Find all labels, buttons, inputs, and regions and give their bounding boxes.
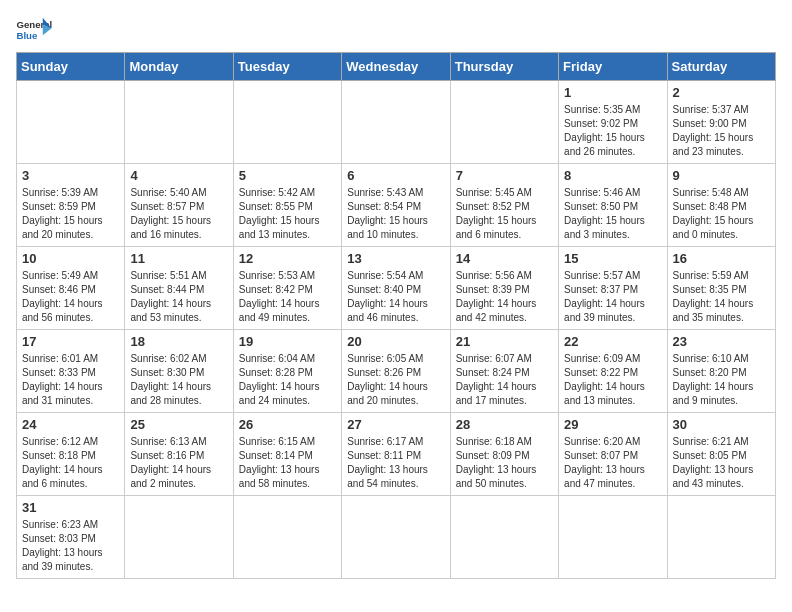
- day-number: 7: [456, 168, 553, 183]
- calendar-cell: 9Sunrise: 5:48 AMSunset: 8:48 PMDaylight…: [667, 164, 775, 247]
- day-info: Sunrise: 6:21 AMSunset: 8:05 PMDaylight:…: [673, 435, 770, 491]
- day-number: 16: [673, 251, 770, 266]
- calendar-cell: 5Sunrise: 5:42 AMSunset: 8:55 PMDaylight…: [233, 164, 341, 247]
- day-info: Sunrise: 6:01 AMSunset: 8:33 PMDaylight:…: [22, 352, 119, 408]
- day-info: Sunrise: 5:48 AMSunset: 8:48 PMDaylight:…: [673, 186, 770, 242]
- day-info: Sunrise: 6:17 AMSunset: 8:11 PMDaylight:…: [347, 435, 444, 491]
- day-info: Sunrise: 5:51 AMSunset: 8:44 PMDaylight:…: [130, 269, 227, 325]
- weekday-header-monday: Monday: [125, 53, 233, 81]
- day-number: 1: [564, 85, 661, 100]
- day-number: 27: [347, 417, 444, 432]
- day-info: Sunrise: 6:04 AMSunset: 8:28 PMDaylight:…: [239, 352, 336, 408]
- day-info: Sunrise: 6:10 AMSunset: 8:20 PMDaylight:…: [673, 352, 770, 408]
- calendar-cell: 1Sunrise: 5:35 AMSunset: 9:02 PMDaylight…: [559, 81, 667, 164]
- day-number: 2: [673, 85, 770, 100]
- day-info: Sunrise: 5:35 AMSunset: 9:02 PMDaylight:…: [564, 103, 661, 159]
- day-info: Sunrise: 6:18 AMSunset: 8:09 PMDaylight:…: [456, 435, 553, 491]
- calendar-cell: 3Sunrise: 5:39 AMSunset: 8:59 PMDaylight…: [17, 164, 125, 247]
- calendar-cell: 7Sunrise: 5:45 AMSunset: 8:52 PMDaylight…: [450, 164, 558, 247]
- calendar-cell: 20Sunrise: 6:05 AMSunset: 8:26 PMDayligh…: [342, 330, 450, 413]
- calendar-cell: 6Sunrise: 5:43 AMSunset: 8:54 PMDaylight…: [342, 164, 450, 247]
- calendar-cell: [233, 81, 341, 164]
- calendar-cell: 25Sunrise: 6:13 AMSunset: 8:16 PMDayligh…: [125, 413, 233, 496]
- day-number: 9: [673, 168, 770, 183]
- calendar-body: 1Sunrise: 5:35 AMSunset: 9:02 PMDaylight…: [17, 81, 776, 579]
- day-info: Sunrise: 5:59 AMSunset: 8:35 PMDaylight:…: [673, 269, 770, 325]
- calendar-cell: [450, 81, 558, 164]
- svg-text:Blue: Blue: [17, 30, 38, 41]
- calendar-cell: 23Sunrise: 6:10 AMSunset: 8:20 PMDayligh…: [667, 330, 775, 413]
- calendar-cell: [125, 496, 233, 579]
- day-number: 22: [564, 334, 661, 349]
- calendar-cell: 22Sunrise: 6:09 AMSunset: 8:22 PMDayligh…: [559, 330, 667, 413]
- calendar-cell: 24Sunrise: 6:12 AMSunset: 8:18 PMDayligh…: [17, 413, 125, 496]
- calendar-cell: 31Sunrise: 6:23 AMSunset: 8:03 PMDayligh…: [17, 496, 125, 579]
- day-number: 17: [22, 334, 119, 349]
- calendar-week-row: 1Sunrise: 5:35 AMSunset: 9:02 PMDaylight…: [17, 81, 776, 164]
- day-number: 6: [347, 168, 444, 183]
- day-number: 28: [456, 417, 553, 432]
- day-info: Sunrise: 6:20 AMSunset: 8:07 PMDaylight:…: [564, 435, 661, 491]
- day-number: 20: [347, 334, 444, 349]
- calendar-week-row: 10Sunrise: 5:49 AMSunset: 8:46 PMDayligh…: [17, 247, 776, 330]
- calendar-cell: 4Sunrise: 5:40 AMSunset: 8:57 PMDaylight…: [125, 164, 233, 247]
- calendar-cell: 19Sunrise: 6:04 AMSunset: 8:28 PMDayligh…: [233, 330, 341, 413]
- calendar-week-row: 3Sunrise: 5:39 AMSunset: 8:59 PMDaylight…: [17, 164, 776, 247]
- calendar-cell: 14Sunrise: 5:56 AMSunset: 8:39 PMDayligh…: [450, 247, 558, 330]
- day-info: Sunrise: 5:46 AMSunset: 8:50 PMDaylight:…: [564, 186, 661, 242]
- calendar-cell: 30Sunrise: 6:21 AMSunset: 8:05 PMDayligh…: [667, 413, 775, 496]
- calendar-cell: [667, 496, 775, 579]
- day-info: Sunrise: 6:23 AMSunset: 8:03 PMDaylight:…: [22, 518, 119, 574]
- weekday-header-tuesday: Tuesday: [233, 53, 341, 81]
- day-number: 29: [564, 417, 661, 432]
- day-number: 25: [130, 417, 227, 432]
- day-number: 13: [347, 251, 444, 266]
- day-number: 21: [456, 334, 553, 349]
- day-info: Sunrise: 6:02 AMSunset: 8:30 PMDaylight:…: [130, 352, 227, 408]
- calendar-cell: 10Sunrise: 5:49 AMSunset: 8:46 PMDayligh…: [17, 247, 125, 330]
- page-header: General Blue: [16, 16, 776, 44]
- weekday-header-row: SundayMondayTuesdayWednesdayThursdayFrid…: [17, 53, 776, 81]
- day-info: Sunrise: 5:49 AMSunset: 8:46 PMDaylight:…: [22, 269, 119, 325]
- day-info: Sunrise: 5:40 AMSunset: 8:57 PMDaylight:…: [130, 186, 227, 242]
- calendar-cell: [559, 496, 667, 579]
- day-number: 5: [239, 168, 336, 183]
- calendar-cell: 28Sunrise: 6:18 AMSunset: 8:09 PMDayligh…: [450, 413, 558, 496]
- logo: General Blue: [16, 16, 52, 44]
- day-info: Sunrise: 5:39 AMSunset: 8:59 PMDaylight:…: [22, 186, 119, 242]
- day-info: Sunrise: 5:37 AMSunset: 9:00 PMDaylight:…: [673, 103, 770, 159]
- day-info: Sunrise: 5:54 AMSunset: 8:40 PMDaylight:…: [347, 269, 444, 325]
- day-number: 10: [22, 251, 119, 266]
- day-number: 18: [130, 334, 227, 349]
- weekday-header-wednesday: Wednesday: [342, 53, 450, 81]
- calendar-cell: 21Sunrise: 6:07 AMSunset: 8:24 PMDayligh…: [450, 330, 558, 413]
- day-info: Sunrise: 5:42 AMSunset: 8:55 PMDaylight:…: [239, 186, 336, 242]
- day-info: Sunrise: 6:15 AMSunset: 8:14 PMDaylight:…: [239, 435, 336, 491]
- day-number: 15: [564, 251, 661, 266]
- calendar-week-row: 17Sunrise: 6:01 AMSunset: 8:33 PMDayligh…: [17, 330, 776, 413]
- day-number: 19: [239, 334, 336, 349]
- calendar-cell: 15Sunrise: 5:57 AMSunset: 8:37 PMDayligh…: [559, 247, 667, 330]
- day-number: 30: [673, 417, 770, 432]
- weekday-header-saturday: Saturday: [667, 53, 775, 81]
- weekday-header-sunday: Sunday: [17, 53, 125, 81]
- day-info: Sunrise: 5:57 AMSunset: 8:37 PMDaylight:…: [564, 269, 661, 325]
- calendar-cell: [342, 496, 450, 579]
- day-info: Sunrise: 6:05 AMSunset: 8:26 PMDaylight:…: [347, 352, 444, 408]
- calendar-week-row: 24Sunrise: 6:12 AMSunset: 8:18 PMDayligh…: [17, 413, 776, 496]
- day-info: Sunrise: 5:53 AMSunset: 8:42 PMDaylight:…: [239, 269, 336, 325]
- weekday-header-friday: Friday: [559, 53, 667, 81]
- weekday-header-thursday: Thursday: [450, 53, 558, 81]
- calendar-cell: 8Sunrise: 5:46 AMSunset: 8:50 PMDaylight…: [559, 164, 667, 247]
- calendar-cell: [17, 81, 125, 164]
- day-number: 14: [456, 251, 553, 266]
- calendar-cell: [233, 496, 341, 579]
- calendar-cell: 2Sunrise: 5:37 AMSunset: 9:00 PMDaylight…: [667, 81, 775, 164]
- day-info: Sunrise: 5:56 AMSunset: 8:39 PMDaylight:…: [456, 269, 553, 325]
- calendar-cell: [342, 81, 450, 164]
- day-info: Sunrise: 5:45 AMSunset: 8:52 PMDaylight:…: [456, 186, 553, 242]
- calendar-week-row: 31Sunrise: 6:23 AMSunset: 8:03 PMDayligh…: [17, 496, 776, 579]
- day-number: 23: [673, 334, 770, 349]
- day-number: 26: [239, 417, 336, 432]
- calendar-cell: 18Sunrise: 6:02 AMSunset: 8:30 PMDayligh…: [125, 330, 233, 413]
